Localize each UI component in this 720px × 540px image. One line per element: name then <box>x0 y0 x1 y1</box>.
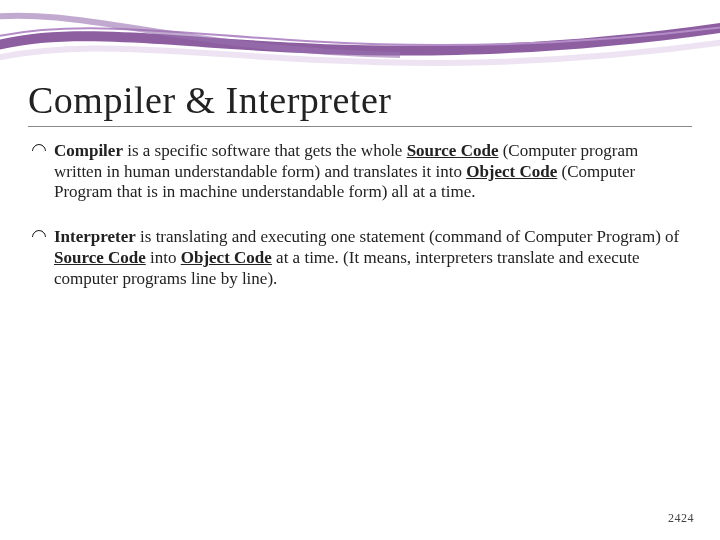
text: is translating and executing one stateme… <box>136 227 679 246</box>
term-object-code: Object Code <box>181 248 272 267</box>
slide-content: Compiler & Interpreter Compiler is a spe… <box>0 0 720 289</box>
text: is a specific software that gets the who… <box>123 141 407 160</box>
term-compiler: Compiler <box>54 141 123 160</box>
list-item: Interpreter is translating and executing… <box>32 227 684 289</box>
term-object-code: Object Code <box>466 162 557 181</box>
body-list: Compiler is a specific software that get… <box>28 141 692 289</box>
term-source-code: Source Code <box>54 248 146 267</box>
term-source-code: Source Code <box>407 141 499 160</box>
page-title: Compiler & Interpreter <box>28 78 692 127</box>
term-interpreter: Interpreter <box>54 227 136 246</box>
list-item: Compiler is a specific software that get… <box>32 141 684 203</box>
text: into <box>146 248 181 267</box>
page-number: 2424 <box>668 511 694 526</box>
